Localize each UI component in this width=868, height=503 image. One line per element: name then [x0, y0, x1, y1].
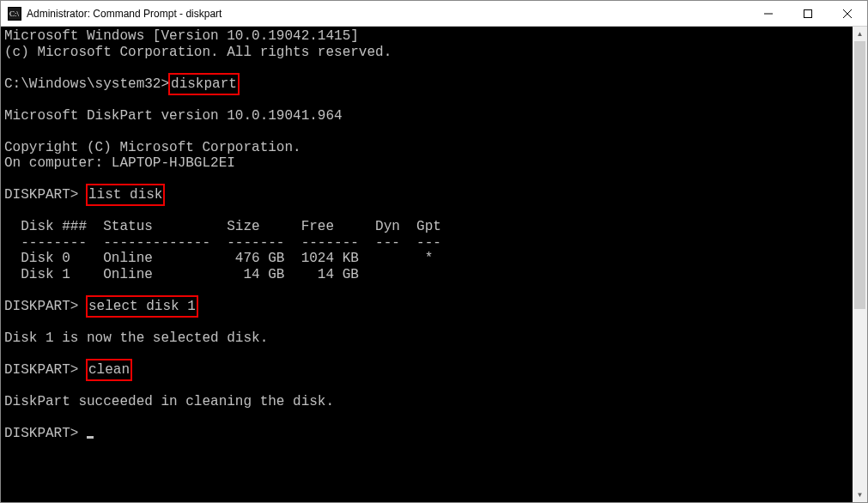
output-line: Disk 1 is now the selected disk. — [4, 330, 268, 346]
scroll-down-arrow-icon[interactable]: ▼ — [853, 488, 867, 502]
minimize-button[interactable] — [749, 1, 788, 26]
cmd-window: C:\ Administrator: Command Prompt - disk… — [0, 0, 868, 503]
vertical-scrollbar[interactable]: ▲ ▼ — [853, 27, 867, 502]
highlighted-command-clean: clean — [86, 359, 132, 381]
prompt: DISKPART> — [4, 299, 87, 314]
output-line: DiskPart succeeded in cleaning the disk. — [4, 394, 334, 409]
output-line: On computer: LAPTOP-HJBGL2EI — [4, 155, 235, 171]
svg-text:C:\: C:\ — [9, 9, 20, 18]
table-separator: -------- ------------- ------- ------- -… — [4, 235, 441, 251]
prompt: C:\Windows\system32> — [4, 76, 169, 92]
titlebar[interactable]: C:\ Administrator: Command Prompt - disk… — [1, 1, 867, 27]
highlighted-command-diskpart: diskpart — [168, 73, 240, 95]
output-line: Copyright (C) Microsoft Corporation. — [4, 140, 301, 155]
svg-rect-4 — [804, 9, 812, 17]
highlighted-command-list-disk: list disk — [86, 184, 165, 206]
maximize-button[interactable] — [788, 1, 828, 26]
output-line: (c) Microsoft Corporation. All rights re… — [4, 45, 392, 60]
table-row: Disk 1 Online 14 GB 14 GB — [4, 267, 359, 282]
cursor — [87, 436, 94, 439]
prompt: DISKPART> — [4, 426, 87, 441]
close-button[interactable] — [828, 1, 867, 26]
table-row: Disk 0 Online 476 GB 1024 KB * — [4, 251, 433, 266]
output-line: Microsoft Windows [Version 10.0.19042.14… — [4, 28, 359, 44]
window-controls — [749, 1, 867, 26]
highlighted-command-select-disk: select disk 1 — [86, 295, 198, 318]
console-area: Microsoft Windows [Version 10.0.19042.14… — [1, 27, 867, 502]
scroll-up-arrow-icon[interactable]: ▲ — [853, 27, 867, 41]
console-output[interactable]: Microsoft Windows [Version 10.0.19042.14… — [1, 27, 853, 502]
window-title: Administrator: Command Prompt - diskpart — [27, 8, 749, 20]
prompt: DISKPART> — [4, 362, 87, 378]
table-header: Disk ### Status Size Free Dyn Gpt — [4, 219, 441, 234]
prompt: DISKPART> — [4, 187, 87, 203]
scrollbar-thumb[interactable] — [854, 41, 865, 309]
output-line: Microsoft DiskPart version 10.0.19041.96… — [4, 108, 343, 124]
cmd-icon: C:\ — [8, 7, 21, 21]
scrollbar-track[interactable] — [853, 41, 867, 488]
